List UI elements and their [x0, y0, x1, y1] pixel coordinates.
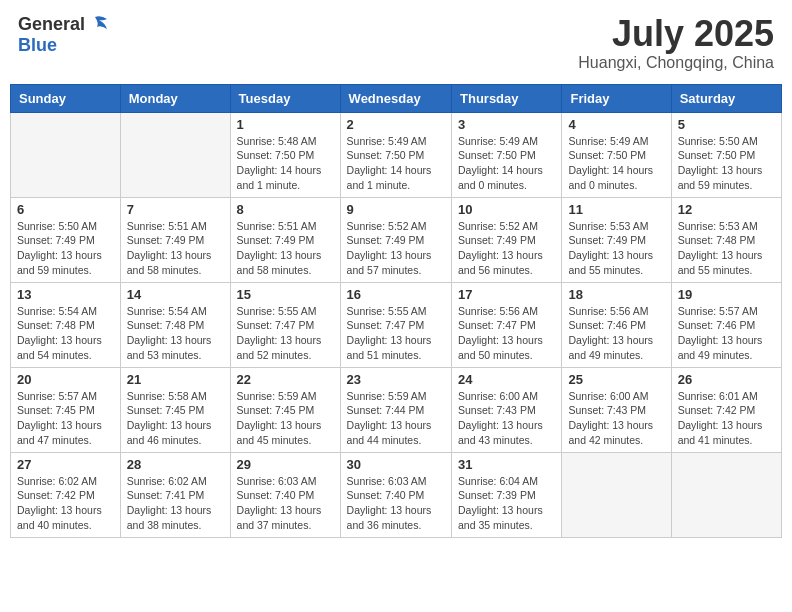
calendar-cell [11, 112, 121, 197]
calendar-cell: 14Sunrise: 5:54 AM Sunset: 7:48 PM Dayli… [120, 282, 230, 367]
calendar-cell [671, 452, 781, 537]
calendar-cell: 6Sunrise: 5:50 AM Sunset: 7:49 PM Daylig… [11, 197, 121, 282]
day-info: Sunrise: 5:48 AM Sunset: 7:50 PM Dayligh… [237, 134, 334, 193]
day-number: 21 [127, 372, 224, 387]
day-info: Sunrise: 5:54 AM Sunset: 7:48 PM Dayligh… [127, 304, 224, 363]
day-number: 28 [127, 457, 224, 472]
day-info: Sunrise: 5:49 AM Sunset: 7:50 PM Dayligh… [458, 134, 555, 193]
calendar-cell [562, 452, 671, 537]
day-info: Sunrise: 5:56 AM Sunset: 7:47 PM Dayligh… [458, 304, 555, 363]
day-number: 25 [568, 372, 664, 387]
day-info: Sunrise: 5:51 AM Sunset: 7:49 PM Dayligh… [237, 219, 334, 278]
calendar-week-4: 20Sunrise: 5:57 AM Sunset: 7:45 PM Dayli… [11, 367, 782, 452]
calendar-cell: 11Sunrise: 5:53 AM Sunset: 7:49 PM Dayli… [562, 197, 671, 282]
calendar-cell: 3Sunrise: 5:49 AM Sunset: 7:50 PM Daylig… [452, 112, 562, 197]
calendar-week-5: 27Sunrise: 6:02 AM Sunset: 7:42 PM Dayli… [11, 452, 782, 537]
logo-bird-icon [87, 15, 109, 33]
day-info: Sunrise: 5:53 AM Sunset: 7:49 PM Dayligh… [568, 219, 664, 278]
calendar-cell: 2Sunrise: 5:49 AM Sunset: 7:50 PM Daylig… [340, 112, 451, 197]
col-friday: Friday [562, 84, 671, 112]
day-info: Sunrise: 6:02 AM Sunset: 7:42 PM Dayligh… [17, 474, 114, 533]
day-info: Sunrise: 6:00 AM Sunset: 7:43 PM Dayligh… [568, 389, 664, 448]
day-number: 17 [458, 287, 555, 302]
calendar-cell: 7Sunrise: 5:51 AM Sunset: 7:49 PM Daylig… [120, 197, 230, 282]
calendar-cell: 5Sunrise: 5:50 AM Sunset: 7:50 PM Daylig… [671, 112, 781, 197]
col-monday: Monday [120, 84, 230, 112]
col-tuesday: Tuesday [230, 84, 340, 112]
day-number: 27 [17, 457, 114, 472]
calendar-cell: 27Sunrise: 6:02 AM Sunset: 7:42 PM Dayli… [11, 452, 121, 537]
day-info: Sunrise: 5:52 AM Sunset: 7:49 PM Dayligh… [347, 219, 445, 278]
day-number: 20 [17, 372, 114, 387]
day-number: 19 [678, 287, 775, 302]
day-number: 22 [237, 372, 334, 387]
day-info: Sunrise: 5:57 AM Sunset: 7:46 PM Dayligh… [678, 304, 775, 363]
col-saturday: Saturday [671, 84, 781, 112]
day-info: Sunrise: 6:04 AM Sunset: 7:39 PM Dayligh… [458, 474, 555, 533]
calendar-week-3: 13Sunrise: 5:54 AM Sunset: 7:48 PM Dayli… [11, 282, 782, 367]
day-number: 30 [347, 457, 445, 472]
day-number: 13 [17, 287, 114, 302]
day-info: Sunrise: 5:51 AM Sunset: 7:49 PM Dayligh… [127, 219, 224, 278]
calendar-cell: 28Sunrise: 6:02 AM Sunset: 7:41 PM Dayli… [120, 452, 230, 537]
page-header: General Blue July 2025 Huangxi, Chongqin… [10, 10, 782, 76]
day-info: Sunrise: 5:57 AM Sunset: 7:45 PM Dayligh… [17, 389, 114, 448]
calendar-cell: 4Sunrise: 5:49 AM Sunset: 7:50 PM Daylig… [562, 112, 671, 197]
calendar-cell: 19Sunrise: 5:57 AM Sunset: 7:46 PM Dayli… [671, 282, 781, 367]
day-number: 23 [347, 372, 445, 387]
calendar-week-2: 6Sunrise: 5:50 AM Sunset: 7:49 PM Daylig… [11, 197, 782, 282]
day-number: 15 [237, 287, 334, 302]
day-number: 6 [17, 202, 114, 217]
calendar-title: July 2025 [578, 14, 774, 54]
day-number: 18 [568, 287, 664, 302]
day-number: 31 [458, 457, 555, 472]
calendar-cell: 8Sunrise: 5:51 AM Sunset: 7:49 PM Daylig… [230, 197, 340, 282]
day-number: 5 [678, 117, 775, 132]
calendar-cell: 22Sunrise: 5:59 AM Sunset: 7:45 PM Dayli… [230, 367, 340, 452]
calendar-table: Sunday Monday Tuesday Wednesday Thursday… [10, 84, 782, 538]
day-info: Sunrise: 5:53 AM Sunset: 7:48 PM Dayligh… [678, 219, 775, 278]
col-thursday: Thursday [452, 84, 562, 112]
calendar-cell: 29Sunrise: 6:03 AM Sunset: 7:40 PM Dayli… [230, 452, 340, 537]
day-number: 11 [568, 202, 664, 217]
day-info: Sunrise: 5:50 AM Sunset: 7:49 PM Dayligh… [17, 219, 114, 278]
logo-blue-text: Blue [18, 35, 57, 55]
day-info: Sunrise: 5:49 AM Sunset: 7:50 PM Dayligh… [568, 134, 664, 193]
day-info: Sunrise: 5:55 AM Sunset: 7:47 PM Dayligh… [347, 304, 445, 363]
day-number: 8 [237, 202, 334, 217]
calendar-cell: 18Sunrise: 5:56 AM Sunset: 7:46 PM Dayli… [562, 282, 671, 367]
logo-general-text: General [18, 14, 85, 35]
day-info: Sunrise: 5:59 AM Sunset: 7:45 PM Dayligh… [237, 389, 334, 448]
day-info: Sunrise: 5:54 AM Sunset: 7:48 PM Dayligh… [17, 304, 114, 363]
day-number: 16 [347, 287, 445, 302]
day-number: 3 [458, 117, 555, 132]
day-info: Sunrise: 5:52 AM Sunset: 7:49 PM Dayligh… [458, 219, 555, 278]
day-number: 14 [127, 287, 224, 302]
calendar-cell: 12Sunrise: 5:53 AM Sunset: 7:48 PM Dayli… [671, 197, 781, 282]
calendar-cell: 16Sunrise: 5:55 AM Sunset: 7:47 PM Dayli… [340, 282, 451, 367]
day-number: 1 [237, 117, 334, 132]
day-info: Sunrise: 5:56 AM Sunset: 7:46 PM Dayligh… [568, 304, 664, 363]
calendar-cell: 23Sunrise: 5:59 AM Sunset: 7:44 PM Dayli… [340, 367, 451, 452]
day-number: 9 [347, 202, 445, 217]
day-info: Sunrise: 5:55 AM Sunset: 7:47 PM Dayligh… [237, 304, 334, 363]
day-info: Sunrise: 5:49 AM Sunset: 7:50 PM Dayligh… [347, 134, 445, 193]
day-info: Sunrise: 6:03 AM Sunset: 7:40 PM Dayligh… [237, 474, 334, 533]
day-number: 12 [678, 202, 775, 217]
calendar-location: Huangxi, Chongqing, China [578, 54, 774, 72]
day-number: 29 [237, 457, 334, 472]
day-info: Sunrise: 5:59 AM Sunset: 7:44 PM Dayligh… [347, 389, 445, 448]
calendar-cell: 1Sunrise: 5:48 AM Sunset: 7:50 PM Daylig… [230, 112, 340, 197]
day-info: Sunrise: 6:02 AM Sunset: 7:41 PM Dayligh… [127, 474, 224, 533]
col-sunday: Sunday [11, 84, 121, 112]
calendar-cell: 20Sunrise: 5:57 AM Sunset: 7:45 PM Dayli… [11, 367, 121, 452]
day-info: Sunrise: 5:58 AM Sunset: 7:45 PM Dayligh… [127, 389, 224, 448]
calendar-cell: 15Sunrise: 5:55 AM Sunset: 7:47 PM Dayli… [230, 282, 340, 367]
calendar-week-1: 1Sunrise: 5:48 AM Sunset: 7:50 PM Daylig… [11, 112, 782, 197]
day-info: Sunrise: 6:01 AM Sunset: 7:42 PM Dayligh… [678, 389, 775, 448]
logo: General Blue [18, 14, 109, 56]
day-number: 4 [568, 117, 664, 132]
calendar-cell: 30Sunrise: 6:03 AM Sunset: 7:40 PM Dayli… [340, 452, 451, 537]
calendar-cell: 9Sunrise: 5:52 AM Sunset: 7:49 PM Daylig… [340, 197, 451, 282]
day-number: 2 [347, 117, 445, 132]
